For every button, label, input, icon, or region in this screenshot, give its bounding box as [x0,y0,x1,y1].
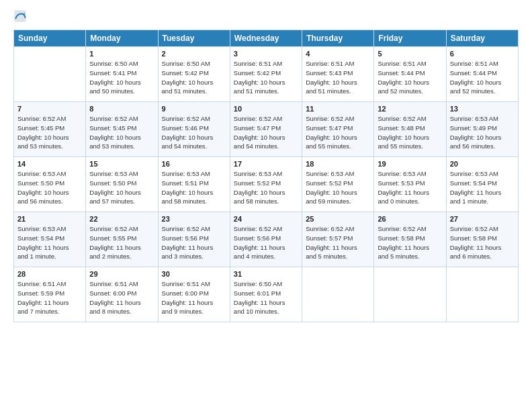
calendar-cell: 30Sunrise: 6:51 AM Sunset: 6:00 PM Dayli… [158,267,230,322]
day-number: 15 [89,160,154,168]
day-info: Sunrise: 6:53 AM Sunset: 5:50 PM Dayligh… [17,169,82,206]
day-info: Sunrise: 6:50 AM Sunset: 6:01 PM Dayligh… [234,279,298,316]
calendar-cell: 27Sunrise: 6:52 AM Sunset: 5:58 PM Dayli… [446,212,518,267]
calendar-cell: 5Sunrise: 6:51 AM Sunset: 5:44 PM Daylig… [374,47,446,102]
day-info: Sunrise: 6:52 AM Sunset: 5:55 PM Dayligh… [89,224,154,261]
day-info: Sunrise: 6:53 AM Sunset: 5:50 PM Dayligh… [89,169,154,206]
day-info: Sunrise: 6:52 AM Sunset: 5:47 PM Dayligh… [234,114,298,151]
calendar-cell: 29Sunrise: 6:51 AM Sunset: 6:00 PM Dayli… [86,267,158,322]
calendar-cell: 14Sunrise: 6:53 AM Sunset: 5:50 PM Dayli… [14,157,86,212]
day-number: 22 [89,215,154,223]
weekday-header-row: SundayMondayTuesdayWednesdayThursdayFrid… [14,30,519,47]
day-info: Sunrise: 6:51 AM Sunset: 6:00 PM Dayligh… [89,279,154,316]
calendar-cell: 20Sunrise: 6:53 AM Sunset: 5:54 PM Dayli… [446,157,518,212]
day-number: 26 [378,215,442,223]
calendar-cell: 12Sunrise: 6:52 AM Sunset: 5:48 PM Dayli… [374,102,446,157]
day-number: 29 [89,270,154,278]
day-number: 10 [234,105,298,113]
day-number: 21 [17,215,82,223]
calendar-cell: 21Sunrise: 6:53 AM Sunset: 5:54 PM Dayli… [14,212,86,267]
day-info: Sunrise: 6:51 AM Sunset: 5:44 PM Dayligh… [378,59,442,96]
week-row-4: 21Sunrise: 6:53 AM Sunset: 5:54 PM Dayli… [14,212,519,267]
weekday-header-tuesday: Tuesday [158,30,230,47]
calendar-table: SundayMondayTuesdayWednesdayThursdayFrid… [13,30,519,322]
day-info: Sunrise: 6:53 AM Sunset: 5:54 PM Dayligh… [17,224,82,261]
calendar-cell: 3Sunrise: 6:51 AM Sunset: 5:42 PM Daylig… [230,47,302,102]
header [13,11,519,24]
day-number: 25 [306,215,370,223]
logo-icon [13,9,27,23]
day-number: 14 [17,160,82,168]
day-info: Sunrise: 6:52 AM Sunset: 5:57 PM Dayligh… [306,224,370,261]
day-info: Sunrise: 6:53 AM Sunset: 5:53 PM Dayligh… [378,169,442,206]
calendar-cell [446,267,518,322]
day-number: 30 [162,270,226,278]
weekday-header-thursday: Thursday [302,30,374,47]
day-number: 18 [306,160,370,168]
day-number: 7 [17,105,82,113]
day-info: Sunrise: 6:53 AM Sunset: 5:49 PM Dayligh… [450,114,515,151]
day-info: Sunrise: 6:52 AM Sunset: 5:56 PM Dayligh… [234,224,298,261]
day-info: Sunrise: 6:52 AM Sunset: 5:45 PM Dayligh… [89,114,154,151]
day-number: 27 [450,215,515,223]
day-number: 28 [17,270,82,278]
calendar-cell: 6Sunrise: 6:51 AM Sunset: 5:44 PM Daylig… [446,47,518,102]
day-number: 9 [162,105,226,113]
day-info: Sunrise: 6:53 AM Sunset: 5:51 PM Dayligh… [162,169,226,206]
day-number: 17 [234,160,298,168]
weekday-header-sunday: Sunday [14,30,86,47]
calendar-cell: 16Sunrise: 6:53 AM Sunset: 5:51 PM Dayli… [158,157,230,212]
day-number: 6 [450,50,515,58]
weekday-header-friday: Friday [374,30,446,47]
calendar-cell: 13Sunrise: 6:53 AM Sunset: 5:49 PM Dayli… [446,102,518,157]
calendar-cell: 10Sunrise: 6:52 AM Sunset: 5:47 PM Dayli… [230,102,302,157]
calendar-cell: 11Sunrise: 6:52 AM Sunset: 5:47 PM Dayli… [302,102,374,157]
calendar-cell: 26Sunrise: 6:52 AM Sunset: 5:58 PM Dayli… [374,212,446,267]
calendar-cell: 24Sunrise: 6:52 AM Sunset: 5:56 PM Dayli… [230,212,302,267]
day-number: 31 [234,270,298,278]
calendar-cell: 17Sunrise: 6:53 AM Sunset: 5:52 PM Dayli… [230,157,302,212]
day-number: 16 [162,160,226,168]
day-info: Sunrise: 6:52 AM Sunset: 5:48 PM Dayligh… [378,114,442,151]
day-info: Sunrise: 6:52 AM Sunset: 5:47 PM Dayligh… [306,114,370,151]
week-row-3: 14Sunrise: 6:53 AM Sunset: 5:50 PM Dayli… [14,157,519,212]
day-info: Sunrise: 6:52 AM Sunset: 5:45 PM Dayligh… [17,114,82,151]
day-number: 4 [306,50,370,58]
calendar-cell [302,267,374,322]
week-row-2: 7Sunrise: 6:52 AM Sunset: 5:45 PM Daylig… [14,102,519,157]
day-info: Sunrise: 6:53 AM Sunset: 5:54 PM Dayligh… [450,169,515,206]
day-info: Sunrise: 6:50 AM Sunset: 5:42 PM Dayligh… [162,59,226,96]
day-info: Sunrise: 6:51 AM Sunset: 5:43 PM Dayligh… [306,59,370,96]
calendar-cell: 23Sunrise: 6:52 AM Sunset: 5:56 PM Dayli… [158,212,230,267]
weekday-header-monday: Monday [86,30,158,47]
calendar-cell: 1Sunrise: 6:50 AM Sunset: 5:41 PM Daylig… [86,47,158,102]
day-number: 5 [378,50,442,58]
day-number: 2 [162,50,226,58]
day-info: Sunrise: 6:52 AM Sunset: 5:56 PM Dayligh… [162,224,226,261]
calendar-cell: 2Sunrise: 6:50 AM Sunset: 5:42 PM Daylig… [158,47,230,102]
day-number: 8 [89,105,154,113]
calendar-cell: 9Sunrise: 6:52 AM Sunset: 5:46 PM Daylig… [158,102,230,157]
day-number: 3 [234,50,298,58]
calendar-cell: 7Sunrise: 6:52 AM Sunset: 5:45 PM Daylig… [14,102,86,157]
day-info: Sunrise: 6:53 AM Sunset: 5:52 PM Dayligh… [306,169,370,206]
weekday-header-wednesday: Wednesday [230,30,302,47]
calendar-cell: 25Sunrise: 6:52 AM Sunset: 5:57 PM Dayli… [302,212,374,267]
calendar-cell: 22Sunrise: 6:52 AM Sunset: 5:55 PM Dayli… [86,212,158,267]
calendar-cell: 31Sunrise: 6:50 AM Sunset: 6:01 PM Dayli… [230,267,302,322]
week-row-5: 28Sunrise: 6:51 AM Sunset: 5:59 PM Dayli… [14,267,519,322]
calendar-cell [14,47,86,102]
day-info: Sunrise: 6:52 AM Sunset: 5:46 PM Dayligh… [162,114,226,151]
day-number: 13 [450,105,515,113]
day-number: 11 [306,105,370,113]
day-number: 24 [234,215,298,223]
day-info: Sunrise: 6:51 AM Sunset: 5:42 PM Dayligh… [234,59,298,96]
calendar-cell: 15Sunrise: 6:53 AM Sunset: 5:50 PM Dayli… [86,157,158,212]
calendar-container: SundayMondayTuesdayWednesdayThursdayFrid… [0,0,532,329]
calendar-cell: 18Sunrise: 6:53 AM Sunset: 5:52 PM Dayli… [302,157,374,212]
day-number: 1 [89,50,154,58]
week-row-1: 1Sunrise: 6:50 AM Sunset: 5:41 PM Daylig… [14,47,519,102]
calendar-cell: 4Sunrise: 6:51 AM Sunset: 5:43 PM Daylig… [302,47,374,102]
calendar-cell: 28Sunrise: 6:51 AM Sunset: 5:59 PM Dayli… [14,267,86,322]
day-number: 19 [378,160,442,168]
